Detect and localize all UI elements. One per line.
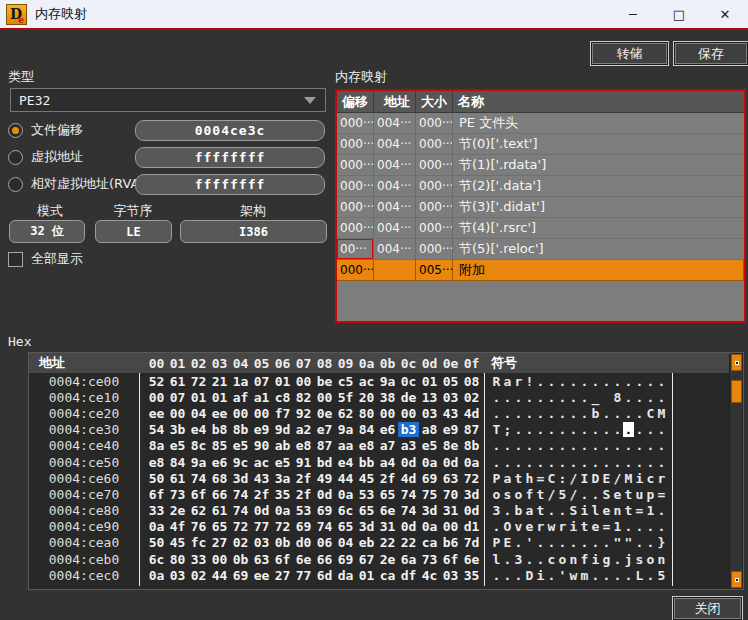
symbol-char[interactable]: t [579,519,590,534]
symbol-char[interactable]: e [601,503,612,518]
symbol-char[interactable]: 3 [513,552,524,567]
symbol-char[interactable]: l [491,552,502,567]
symbol-char[interactable]: 1 [645,503,656,518]
hex-byte[interactable]: 01 [356,568,377,583]
symbol-char[interactable]: . [524,422,535,437]
symbol-char[interactable]: 5 [656,568,667,583]
endianness-button[interactable]: LE [95,220,172,243]
symbol-char[interactable]: 1 [612,519,623,534]
symbol-char[interactable]: o [557,552,568,567]
symbol-char[interactable]: . [513,535,524,550]
symbol-char[interactable]: . [590,535,601,550]
hex-byte[interactable]: 3b [167,422,188,437]
hex-byte[interactable]: 03 [167,568,188,583]
symbol-char[interactable]: . [590,568,601,583]
symbol-char[interactable]: . [513,422,524,437]
hex-byte[interactable]: 44 [335,471,356,486]
hex-byte[interactable]: a1 [251,390,272,405]
show-all-checkbox[interactable] [8,252,23,267]
hex-byte[interactable]: 67 [356,552,377,567]
hex-byte[interactable]: 0d [314,487,335,502]
hex-byte[interactable]: df [398,568,419,583]
hex-byte[interactable]: 72 [188,374,209,389]
map-row[interactable]: 000···004···000···节(3)['.didat'] [337,197,744,218]
symbol-char[interactable]: . [524,390,535,405]
symbol-char[interactable]: . [601,438,612,453]
symbol-char[interactable]: . [612,406,623,421]
hex-byte[interactable]: 00 [293,374,314,389]
hex-byte[interactable]: ee [146,406,167,421]
symbol-char[interactable]: . [557,390,568,405]
symbol-char[interactable]: D [524,568,535,583]
rva-radio[interactable] [8,177,23,192]
hex-byte[interactable]: 0a [419,519,440,534]
symbol-char[interactable]: . [513,455,524,470]
hex-byte[interactable]: 74 [188,471,209,486]
symbol-char[interactable]: g [601,552,612,567]
symbol-char[interactable]: . [634,519,645,534]
hex-byte[interactable]: 20 [356,390,377,405]
hex-row[interactable]: 0004:ce1000070101afa1c882005f2038de13030… [29,389,667,405]
hex-byte[interactable]: 00 [314,390,335,405]
symbol-char[interactable]: n [568,552,579,567]
symbol-char[interactable]: . [634,438,645,453]
hex-byte[interactable]: 33 [146,503,167,518]
hex-byte[interactable]: 7d [461,535,482,550]
symbol-char[interactable]: h [524,471,535,486]
hex-byte[interactable]: 9a [188,455,209,470]
hex-byte[interactable]: 9a [377,374,398,389]
hex-byte[interactable]: 3a [272,471,293,486]
hex-byte[interactable]: 2f [293,487,314,502]
hex-byte[interactable]: ee [209,406,230,421]
symbol-char[interactable]: O [502,519,513,534]
symbol-char[interactable]: i [568,519,579,534]
hex-byte[interactable]: b8 [209,422,230,437]
scroll-up-icon[interactable] [731,354,742,371]
hex-byte[interactable]: 02 [230,535,251,550]
symbol-char[interactable]: . [612,438,623,453]
hex-byte[interactable]: 05 [440,374,461,389]
symbol-char[interactable]: . [513,406,524,421]
symbol-char[interactable]: . [590,455,601,470]
symbol-char[interactable] [601,390,612,405]
hex-byte[interactable]: e4 [335,455,356,470]
symbol-char[interactable]: t [623,503,634,518]
hex-byte[interactable]: 69 [230,568,251,583]
symbol-char[interactable]: . [568,422,579,437]
symbol-char[interactable]: . [491,406,502,421]
hex-byte[interactable]: 3d [461,487,482,502]
symbol-char[interactable]: c [645,471,656,486]
map-row[interactable]: 000···004···000···节(2)['.data'] [337,176,744,197]
hex-byte[interactable]: 6c [146,552,167,567]
hex-byte[interactable]: ac [356,374,377,389]
hex-byte[interactable]: 00 [251,406,272,421]
symbol-char[interactable]: m [579,568,590,583]
hex-byte[interactable]: 9c [230,455,251,470]
symbol-char[interactable]: . [568,535,579,550]
symbol-char[interactable]: . [502,406,513,421]
hex-byte[interactable]: e5 [272,455,293,470]
hex-byte[interactable]: 6c [335,503,356,518]
map-row[interactable]: 000···005···附加 [337,260,744,281]
hex-byte[interactable]: a8 [419,422,440,437]
symbol-char[interactable]: . [557,438,568,453]
symbol-char[interactable]: b [513,503,524,518]
hex-byte[interactable]: 43 [440,406,461,421]
symbol-char[interactable]: . [612,568,623,583]
hex-byte[interactable]: 01 [209,390,230,405]
hex-byte[interactable]: e8 [356,438,377,453]
hex-byte[interactable]: 0a [419,455,440,470]
hex-byte[interactable]: 6f [272,552,293,567]
symbol-char[interactable]: . [557,374,568,389]
symbol-char[interactable]: s [502,487,513,502]
hex-byte[interactable]: 6a [398,552,419,567]
hex-byte[interactable]: 0a [461,455,482,470]
symbol-char[interactable]: . [546,390,557,405]
symbol-char[interactable]: . [502,438,513,453]
hex-byte[interactable]: 0a [146,568,167,583]
hex-row[interactable]: 0004:ce00526172211a070100bec5ac9a0c01050… [29,373,667,389]
symbol-char[interactable]: . [568,374,579,389]
symbol-char[interactable]: . [656,519,667,534]
hex-byte[interactable]: 76 [188,519,209,534]
hex-byte[interactable]: 43 [251,471,272,486]
